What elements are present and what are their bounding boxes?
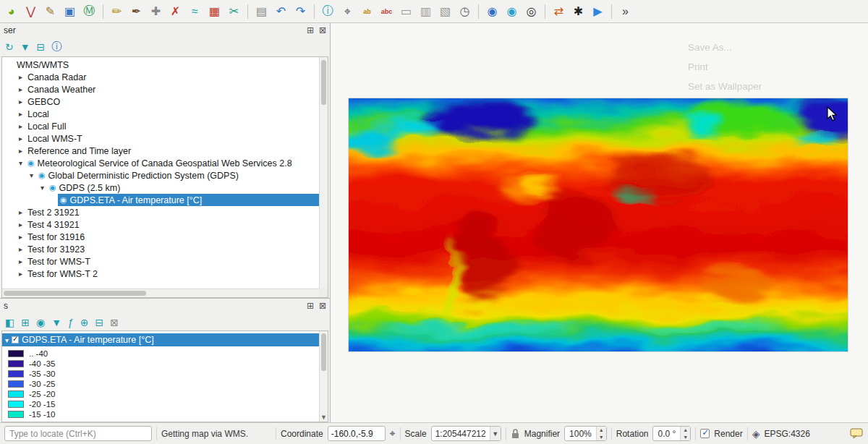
bookmark-icon[interactable]: ▥ bbox=[417, 3, 435, 20]
browser-vertical-scrollbar[interactable] bbox=[319, 57, 328, 289]
close-panel-button[interactable]: ⊠ bbox=[319, 25, 326, 35]
tree-item[interactable]: ◉GDPS.ETA - Air temperature [°C] bbox=[2, 194, 319, 206]
magnifier-spinbox[interactable]: 100% ▲ ▼ bbox=[564, 426, 607, 441]
label-icon[interactable]: ab bbox=[358, 3, 376, 20]
metasearch-icon[interactable]: Ⓜ bbox=[80, 3, 98, 20]
browser-horizontal-scrollbar[interactable] bbox=[2, 289, 319, 297]
spin-down-icon[interactable]: ▼ bbox=[597, 434, 606, 441]
tree-item[interactable]: ▸Canada Weather bbox=[2, 83, 319, 95]
label-abc-icon[interactable]: abc bbox=[378, 3, 396, 20]
tree-item[interactable]: ▸Reference and Time layer bbox=[2, 145, 319, 157]
open-layer-styling-icon[interactable]: ◧ bbox=[5, 317, 14, 328]
tree-item[interactable]: ▸Test 4 31921 bbox=[2, 218, 319, 231]
float-panel-button[interactable]: ⊞ bbox=[307, 25, 314, 35]
expand-arrow-icon[interactable]: ▸ bbox=[16, 98, 25, 106]
georeferencer-icon[interactable]: ✎ bbox=[41, 3, 59, 20]
expand-arrow-icon[interactable]: ▸ bbox=[16, 270, 25, 278]
rotation-spinbox[interactable]: 0.0 ° ▲ ▼ bbox=[652, 426, 691, 441]
paste-icon[interactable]: ▤ bbox=[252, 3, 271, 20]
save-project-icon[interactable]: ▣ bbox=[61, 3, 79, 20]
coordinate-input[interactable] bbox=[328, 426, 386, 441]
scrollbar-thumb[interactable] bbox=[321, 60, 326, 105]
tree-item[interactable]: ▸GEBCO bbox=[2, 95, 319, 108]
lock-icon[interactable] bbox=[511, 428, 520, 439]
expand-arrow-icon[interactable]: ▸ bbox=[16, 135, 25, 142]
tree-item[interactable]: ▾◉GDPS (2.5 km) bbox=[2, 182, 319, 194]
filter-legend-icon[interactable]: ▼ bbox=[51, 317, 61, 328]
web-service-icon[interactable]: ◉ bbox=[483, 3, 501, 20]
extents-icon[interactable]: ⌖ bbox=[390, 427, 396, 440]
properties-icon[interactable]: ⓘ bbox=[51, 40, 61, 54]
tree-item[interactable]: WMS/WMTS bbox=[2, 59, 319, 71]
expand-arrow-icon[interactable]: ▾ bbox=[5, 336, 9, 344]
tree-item[interactable]: ▸Local WMS-T bbox=[2, 132, 319, 145]
remove-layer-icon[interactable]: ⊠ bbox=[110, 317, 119, 328]
close-panel-button[interactable]: ⊠ bbox=[319, 301, 326, 311]
chevron-down-icon[interactable]: ▼ bbox=[490, 427, 501, 440]
tree-item[interactable]: ▸Test for 31916 bbox=[2, 231, 319, 243]
tree-item[interactable]: ▸Test for 31923 bbox=[2, 243, 319, 255]
measure-icon[interactable]: ≈ bbox=[186, 3, 204, 20]
map-raster[interactable] bbox=[348, 98, 848, 352]
scroll-down-icon[interactable]: ▼ bbox=[320, 414, 328, 421]
expand-arrow-icon[interactable]: ▸ bbox=[16, 73, 25, 81]
map-tip-icon[interactable]: ▭ bbox=[397, 3, 415, 20]
expand-arrow-icon[interactable]: ▸ bbox=[16, 245, 25, 253]
expand-arrow-icon[interactable]: ▸ bbox=[16, 110, 25, 118]
expand-arrow-icon[interactable]: ▸ bbox=[16, 122, 25, 130]
layer-item[interactable]: ▾ GDPS.ETA - Air temperature [°C] bbox=[2, 333, 328, 346]
save-edits-icon[interactable]: ✒ bbox=[127, 3, 145, 20]
expand-arrow-icon[interactable]: ▸ bbox=[16, 208, 25, 216]
crs-indicator[interactable]: EPSG:4326 bbox=[764, 429, 809, 439]
tree-item[interactable]: ▸Local bbox=[2, 108, 319, 120]
qgis-logo-icon[interactable]: ◕ bbox=[2, 3, 20, 20]
osm-search-icon[interactable]: ◎ bbox=[522, 3, 540, 20]
add-group-icon[interactable]: ⊞ bbox=[21, 317, 30, 328]
globe-secondary-icon[interactable]: ◉ bbox=[503, 3, 521, 20]
expand-arrow-icon[interactable]: ▾ bbox=[27, 171, 36, 179]
expand-arrow-icon[interactable]: ▾ bbox=[16, 159, 25, 167]
tree-item[interactable]: ▸Test for WMS-T 2 bbox=[2, 268, 319, 280]
bug-icon[interactable]: ✱ bbox=[569, 3, 587, 20]
map-canvas[interactable]: Save As...PrintSet as Wallpaper bbox=[330, 23, 868, 422]
expand-arrow-icon[interactable]: ▾ bbox=[38, 184, 47, 192]
render-checkbox[interactable] bbox=[700, 429, 710, 438]
tree-item[interactable]: ▸Canada Radar bbox=[2, 71, 319, 83]
overflow-icon[interactable]: » bbox=[616, 3, 634, 20]
undo-icon[interactable]: ↶ bbox=[272, 3, 290, 20]
tree-item[interactable]: ▸Test 2 31921 bbox=[2, 206, 319, 218]
tree-item[interactable]: ▾◉Meteorological Service of Canada Geosp… bbox=[2, 157, 319, 169]
layers-vertical-scrollbar[interactable]: ▼ bbox=[319, 331, 328, 422]
redo-icon[interactable]: ↷ bbox=[292, 3, 310, 20]
collapse-layers-icon[interactable]: ⊟ bbox=[95, 317, 104, 328]
vertex-tool-icon[interactable]: ✚ bbox=[147, 3, 165, 20]
tree-item[interactable]: ▸Local Full bbox=[2, 120, 319, 132]
toggle-editing-icon[interactable]: ✏ bbox=[108, 3, 126, 20]
filter-expression-icon[interactable]: ƒ bbox=[68, 317, 74, 328]
scrollbar-thumb[interactable] bbox=[321, 333, 326, 371]
crs-icon[interactable]: ◈ bbox=[752, 428, 760, 440]
locate-input[interactable] bbox=[4, 426, 152, 441]
new-map-view-icon[interactable]: ▧ bbox=[436, 3, 454, 20]
float-panel-button[interactable]: ⊞ bbox=[307, 301, 314, 311]
expand-arrow-icon[interactable]: ▸ bbox=[16, 147, 25, 155]
expand-arrow-icon[interactable]: ▸ bbox=[16, 85, 25, 93]
delete-selected-icon[interactable]: ✗ bbox=[166, 3, 184, 20]
messages-balloon-icon[interactable] bbox=[850, 428, 864, 439]
spin-up-icon[interactable]: ▲ bbox=[681, 427, 690, 434]
data-source-manager-icon[interactable]: ⋁ bbox=[22, 3, 40, 20]
identify-icon[interactable]: ⓘ bbox=[319, 3, 337, 20]
split-features-icon[interactable]: ✂ bbox=[225, 3, 243, 20]
refresh-map-icon[interactable]: ⇄ bbox=[550, 3, 568, 20]
scrollbar-thumb[interactable] bbox=[4, 291, 146, 296]
refresh-icon[interactable]: ↻ bbox=[5, 41, 14, 53]
expand-arrow-icon[interactable]: ▸ bbox=[16, 257, 25, 265]
tree-item[interactable]: ▸Test for WMS-T bbox=[2, 255, 319, 268]
tree-item[interactable]: ▾◉Global Deterministic Prediction System… bbox=[2, 169, 319, 182]
select-features-icon[interactable]: ⌖ bbox=[339, 3, 357, 20]
spin-up-icon[interactable]: ▲ bbox=[597, 427, 606, 434]
next-icon[interactable]: ▶ bbox=[589, 3, 607, 20]
scale-combobox[interactable]: 1:205447212 ▼ bbox=[431, 426, 501, 441]
expand-all-icon[interactable]: ⊕ bbox=[80, 317, 89, 328]
layer-visibility-checkbox[interactable] bbox=[12, 336, 19, 343]
